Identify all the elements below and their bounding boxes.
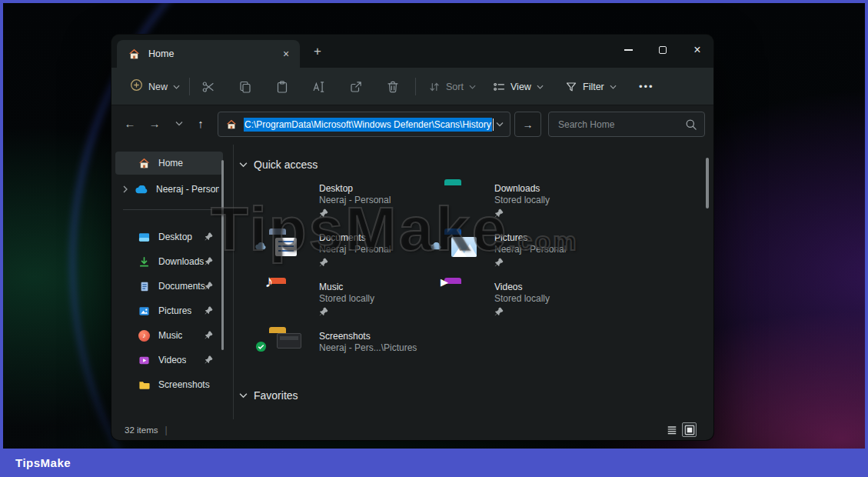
tile-subtitle: Neeraj - Personal: [319, 195, 391, 206]
sidebar-item-label: Videos: [158, 355, 186, 365]
cut-button[interactable]: [195, 75, 221, 98]
tile-documents[interactable]: Documents Neeraj - Personal: [269, 232, 444, 282]
tile-name: Pictures: [494, 232, 566, 244]
copy-button[interactable]: [232, 75, 258, 98]
paste-button[interactable]: [269, 75, 295, 98]
content-scrollbar[interactable]: [706, 158, 709, 208]
address-path-selected-text[interactable]: C:\ProgramData\Microsoft\Windows Defende…: [244, 118, 492, 132]
tile-name: Documents: [319, 232, 391, 244]
chevron-down-icon: [173, 85, 180, 89]
paste-icon: [275, 80, 289, 94]
sidebar-divider: [123, 209, 221, 210]
address-dropdown-button[interactable]: [496, 122, 504, 127]
rename-icon: [312, 80, 326, 94]
back-button[interactable]: ←: [119, 112, 141, 135]
titlebar: Home × + ×: [111, 35, 713, 68]
pin-icon: [319, 258, 391, 268]
details-view-button[interactable]: [664, 422, 679, 437]
new-tab-button[interactable]: +: [308, 42, 327, 61]
tab-title: Home: [148, 48, 174, 59]
tile-screenshots[interactable]: Screenshots Neeraj - Pers...\Pictures: [269, 331, 444, 380]
home-icon: [224, 119, 238, 130]
chevron-right-icon[interactable]: [123, 185, 129, 193]
pin-icon: [205, 257, 213, 265]
tile-subtitle: Stored locally: [494, 293, 550, 305]
maximize-icon: [659, 46, 667, 54]
filter-button[interactable]: Filter: [559, 75, 623, 98]
quick-access-title: Quick access: [254, 158, 318, 171]
sidebar-item-desktop[interactable]: Desktop: [115, 225, 223, 249]
tile-name: Music: [319, 282, 374, 293]
status-divider: |: [165, 425, 167, 435]
sidebar-item-onedrive[interactable]: Neeraj - Persona: [115, 178, 223, 201]
tile-name: Desktop: [319, 183, 391, 195]
close-button[interactable]: ×: [684, 40, 710, 60]
sidebar-item-documents[interactable]: Documents: [115, 275, 223, 298]
circle-plus-icon: [130, 78, 143, 95]
pin-icon: [205, 306, 213, 315]
rename-button[interactable]: [306, 75, 332, 98]
folder-icon: [138, 379, 151, 391]
search-icon: [685, 118, 697, 134]
chevron-down-icon: [610, 85, 617, 89]
trash-icon: [386, 80, 400, 94]
toolbar-divider: [415, 78, 416, 95]
section-favorites[interactable]: Favorites: [239, 387, 298, 404]
sidebar-item-downloads[interactable]: Downloads: [115, 250, 223, 273]
sidebar-scrollbar[interactable]: [221, 160, 224, 350]
share-button[interactable]: [343, 75, 369, 98]
large-thumbnails-view-button[interactable]: [682, 422, 697, 437]
sidebar-item-home[interactable]: Home: [115, 152, 223, 175]
sidebar-item-pictures[interactable]: Pictures: [115, 299, 223, 322]
forward-button[interactable]: →: [144, 112, 165, 135]
tab-home[interactable]: Home ×: [117, 40, 300, 68]
recent-locations-button[interactable]: [168, 112, 190, 135]
share-icon: [349, 80, 363, 94]
up-button[interactable]: ↑: [190, 112, 211, 135]
sidebar-item-label: Screenshots: [158, 379, 210, 390]
view-icon: [493, 81, 505, 93]
sidebar-item-label: Music: [158, 330, 182, 341]
sort-label: Sort: [446, 82, 464, 92]
tile-music[interactable]: ♪ Music Stored locally: [269, 282, 444, 331]
filter-label: Filter: [583, 82, 604, 92]
footer-brand-logo: TipsMake: [15, 456, 71, 469]
go-to-button[interactable]: →: [514, 112, 541, 137]
sort-button[interactable]: Sort: [422, 75, 482, 98]
sidebar-item-label: Home: [158, 158, 183, 168]
tile-desktop[interactable]: Desktop Neeraj - Personal: [269, 183, 444, 232]
section-quick-access[interactable]: Quick access: [239, 156, 318, 173]
file-explorer-window: Home × + × New: [111, 35, 713, 440]
maximize-button[interactable]: [650, 40, 676, 60]
pin-icon: [494, 208, 550, 218]
new-button[interactable]: New: [122, 75, 188, 98]
sidebar-item-videos[interactable]: Videos: [115, 349, 223, 372]
delete-button[interactable]: [380, 75, 406, 98]
minimize-icon: [624, 49, 633, 50]
item-count: 32 items: [125, 425, 158, 435]
chevron-down-icon: [496, 122, 504, 127]
pictures-icon: [138, 305, 151, 317]
view-button[interactable]: View: [487, 75, 550, 98]
minimize-button[interactable]: [615, 40, 641, 60]
sidebar-item-music[interactable]: ♪ Music: [115, 324, 223, 347]
sync-complete-badge: [255, 341, 267, 352]
tile-pictures[interactable]: Pictures Neeraj - Personal: [444, 232, 620, 282]
downloads-icon: [138, 256, 151, 268]
search-input[interactable]: [558, 113, 680, 135]
sidebar-item-screenshots[interactable]: Screenshots: [115, 373, 223, 396]
close-icon: ×: [693, 44, 700, 56]
search-box[interactable]: [548, 112, 705, 137]
chevron-down-icon: [239, 162, 248, 168]
sort-icon: [428, 81, 441, 93]
tile-videos[interactable]: ▶ Videos Stored locally: [444, 282, 620, 331]
more-options-button[interactable]: •••: [634, 75, 659, 98]
pin-icon: [319, 208, 391, 218]
home-icon: [138, 158, 151, 169]
tab-close-icon[interactable]: ×: [278, 46, 294, 62]
tile-subtitle: Neeraj - Personal: [319, 244, 391, 255]
address-bar[interactable]: C:\ProgramData\Microsoft\Windows Defende…: [218, 112, 510, 137]
tile-downloads[interactable]: Downloads Stored locally: [444, 183, 620, 232]
pin-icon: [205, 282, 213, 290]
pin-icon: [205, 355, 213, 364]
